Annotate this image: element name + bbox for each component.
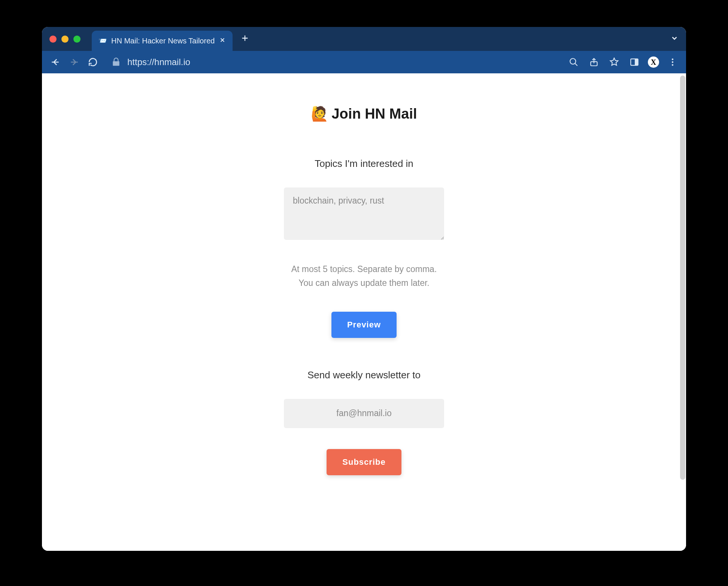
lock-icon — [109, 55, 123, 69]
reload-button[interactable] — [86, 55, 100, 69]
window-maximize-button[interactable] — [73, 36, 81, 43]
topics-input[interactable] — [284, 187, 444, 240]
topics-hint: At most 5 topics. Separate by comma. You… — [229, 262, 499, 290]
hint-line-1: At most 5 topics. Separate by comma. — [229, 262, 499, 276]
svg-point-4 — [672, 58, 673, 60]
tab-favicon-icon: 📨 — [98, 37, 107, 45]
new-tab-button[interactable] — [241, 33, 249, 45]
svg-point-5 — [672, 61, 673, 63]
page-title: 🙋Join HN Mail — [229, 106, 499, 122]
tabs-dropdown-button[interactable] — [670, 34, 679, 44]
svg-point-0 — [570, 58, 576, 64]
topics-label: Topics I'm interested in — [229, 158, 499, 170]
address-bar: https://hnmail.io X — [42, 51, 686, 73]
window-minimize-button[interactable] — [61, 36, 69, 43]
subscribe-button[interactable]: Subscribe — [327, 449, 401, 475]
svg-point-6 — [672, 64, 673, 65]
tab-title: HN Mail: Hacker News Tailored — [111, 37, 215, 45]
title-emoji-icon: 🙋 — [311, 106, 328, 122]
profile-avatar[interactable]: X — [648, 57, 659, 68]
hint-line-2: You can always update them later. — [229, 276, 499, 290]
tab-bar: 📨 HN Mail: Hacker News Tailored — [42, 27, 686, 51]
scrollbar[interactable] — [680, 76, 685, 480]
svg-rect-3 — [635, 59, 638, 65]
preview-button[interactable]: Preview — [331, 312, 397, 338]
forward-button[interactable] — [67, 55, 81, 69]
share-icon[interactable] — [587, 55, 601, 69]
page-viewport: 🙋Join HN Mail Topics I'm interested in A… — [42, 73, 686, 551]
title-text: Join HN Mail — [331, 106, 417, 122]
url-text: https://hnmail.io — [127, 57, 190, 67]
url-field[interactable]: https://hnmail.io — [105, 55, 562, 69]
window-close-button[interactable] — [49, 36, 57, 43]
email-label: Send weekly newsletter to — [229, 369, 499, 381]
menu-kebab-icon[interactable] — [666, 55, 679, 69]
browser-tab[interactable]: 📨 HN Mail: Hacker News Tailored — [92, 31, 233, 51]
zoom-icon[interactable] — [567, 55, 580, 69]
email-input[interactable] — [284, 399, 444, 428]
bookmark-star-icon[interactable] — [607, 55, 621, 69]
tab-close-button[interactable] — [219, 37, 226, 45]
browser-window: 📨 HN Mail: Hacker News Tailored — [42, 27, 686, 551]
sidepanel-icon[interactable] — [628, 55, 641, 69]
back-button[interactable] — [49, 55, 62, 69]
window-controls — [49, 36, 81, 43]
